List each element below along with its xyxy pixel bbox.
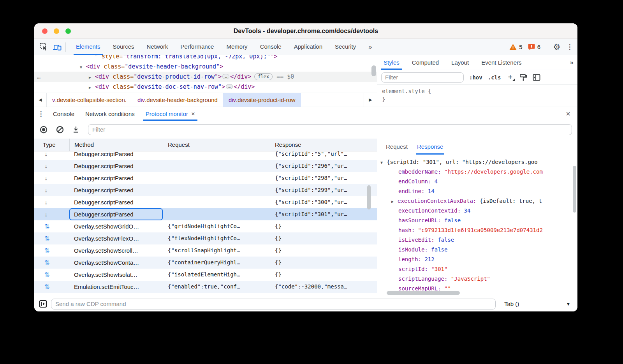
inline-expand-button[interactable]: … xyxy=(222,74,229,79)
inspect-element-icon[interactable] xyxy=(37,41,51,53)
toggle-element-state-button[interactable]: :hov xyxy=(469,74,482,81)
cell-method[interactable]: Debugger.scriptParsed xyxy=(69,160,163,172)
dom-node-product-id-row[interactable]: … ▶<div class="devsite-product-id-row">…… xyxy=(34,72,377,82)
cell-method[interactable]: Debugger.scriptParsed xyxy=(69,151,163,160)
warnings-badge[interactable]: 5 xyxy=(508,44,524,50)
tab-console[interactable]: Console xyxy=(254,39,288,55)
table-row[interactable]: ↓Debugger.scriptParsed{"scriptId":"300",… xyxy=(34,196,377,208)
sent-received-arrows-icon: ⇅ xyxy=(44,247,49,254)
column-header-type[interactable]: Type xyxy=(34,139,69,151)
breadcrumb-v-devsite-collapsible-section[interactable]: v.devsite-collapsible-section. xyxy=(47,93,132,107)
breadcrumb-div-devsite-header-background[interactable]: div.devsite-header-background xyxy=(132,93,223,107)
target-selector[interactable]: Tab () ▼ xyxy=(504,301,570,307)
table-row[interactable]: ↓Debugger.scriptParsed{"scriptId":"301",… xyxy=(34,208,377,220)
flex-badge[interactable]: flex xyxy=(254,73,273,80)
table-row[interactable]: ⇅Overlay.setShowIsolat…{"isolatedElement… xyxy=(34,269,377,281)
table-row[interactable]: ⇅Overlay.setShowConta…{"containerQueryHi… xyxy=(34,257,377,269)
tab-network[interactable]: Network xyxy=(141,39,174,55)
issues-badge[interactable]: 6 xyxy=(526,44,542,50)
tab-application[interactable]: Application xyxy=(288,39,329,55)
detail-horizontal-scrollbar-thumb[interactable] xyxy=(387,291,460,295)
styles-tab-layout[interactable]: Layout xyxy=(445,56,475,70)
drawer-tab-network-conditions[interactable]: Network conditions xyxy=(80,107,140,121)
clear-button[interactable] xyxy=(56,126,64,134)
elements-scrollbar-thumb[interactable] xyxy=(371,65,376,76)
attr-value: "transform: translate3d(0px, -72px, 0px)… xyxy=(123,55,270,60)
drawer-close-icon[interactable]: × xyxy=(566,109,577,118)
styles-tab-event-listeners[interactable]: Event Listeners xyxy=(475,56,528,70)
table-row[interactable]: ↓Debugger.scriptParsed{"scriptId":"5","u… xyxy=(34,151,377,160)
kebab-menu-icon[interactable]: ⋮ xyxy=(566,41,574,53)
cdp-command-input[interactable] xyxy=(51,299,496,309)
element-classes-button[interactable]: .cls xyxy=(488,74,501,81)
save-button[interactable] xyxy=(72,126,79,134)
table-row[interactable]: ⇅Emulation.setEmitTouc…{"enabled":true,"… xyxy=(34,281,377,293)
more-panels-button[interactable]: » xyxy=(362,39,377,55)
cell-method[interactable]: Debugger.scriptParsed xyxy=(69,208,163,220)
json-line[interactable]: ▶executionContextAuxData: {isDefault: tr… xyxy=(377,196,577,206)
styles-tab-computed[interactable]: Computed xyxy=(406,56,445,70)
cell-method[interactable]: Debugger.scriptParsed xyxy=(69,172,163,184)
drawer-tab-console[interactable]: Console xyxy=(48,107,80,121)
drawer-kebab-menu-icon[interactable]: ⋮ xyxy=(34,110,48,118)
tab-elements[interactable]: Elements xyxy=(70,39,107,55)
table-row[interactable]: ↓Debugger.scriptParsed{"scriptId":"299",… xyxy=(34,184,377,196)
breadcrumb-right-arrow[interactable]: ▶ xyxy=(364,93,377,107)
cell-request: {"flexNodeHighlightCo… xyxy=(163,232,270,244)
json-line[interactable]: ▼{scriptId: "301", url: "https://develop… xyxy=(377,157,577,167)
dom-node-header-background[interactable]: ▼<div class="devsite-header-background"> xyxy=(34,62,377,72)
dom-node-doc-set-nav-row[interactable]: ▶<div class="devsite-doc-set-nav-row">…<… xyxy=(34,82,377,92)
sidebar-position-icon[interactable] xyxy=(533,74,540,81)
table-row[interactable]: ⇅Overlay.setShowScroll…{"scrollSnapHighl… xyxy=(34,244,377,257)
table-row[interactable]: ⇅Overlay.setShowGridO…{"gridNodeHighligh… xyxy=(34,220,377,232)
cell-method[interactable]: Debugger.scriptParsed xyxy=(69,196,163,208)
protocol-filter-input[interactable] xyxy=(88,124,572,135)
cell-method[interactable]: Overlay.setShowGridO… xyxy=(69,220,163,232)
cell-method[interactable]: Emulation.setEmitTouc… xyxy=(69,281,163,293)
cell-method[interactable]: Overlay.setShowFlexO… xyxy=(69,232,163,244)
drawer-tab-protocol-monitor[interactable]: Protocol monitor× xyxy=(140,107,201,121)
column-header-request[interactable]: Request xyxy=(163,139,270,151)
window-title: DevTools - developer.chrome.com/docs/dev… xyxy=(34,23,577,39)
table-row[interactable]: ⇅Overlay.setShowFlexO…{"flexNodeHighligh… xyxy=(34,232,377,244)
table-row[interactable]: ↓Debugger.scriptParsed{"scriptId":"296",… xyxy=(34,160,377,172)
table-row[interactable]: ↓Debugger.scriptParsed{"scriptId":"298",… xyxy=(34,172,377,184)
styles-more-tabs-button[interactable]: » xyxy=(570,59,577,67)
protocol-table: Type Method Request Response ↓Debugger.s… xyxy=(34,139,377,296)
column-header-response[interactable]: Response xyxy=(270,139,377,151)
tab-security[interactable]: Security xyxy=(329,39,362,55)
dom-node-clipped[interactable]: " style="transform: translate3d(0px, -72… xyxy=(34,55,377,62)
cell-method[interactable]: Debugger.scriptParsed xyxy=(69,184,163,196)
tab-memory[interactable]: Memory xyxy=(220,39,253,55)
expand-arrow-icon[interactable]: ▶ xyxy=(89,83,95,93)
detail-vertical-scrollbar-thumb[interactable] xyxy=(573,166,576,213)
new-style-rule-button[interactable]: + xyxy=(506,73,514,82)
cell-method[interactable]: Overlay.setShowScroll… xyxy=(69,244,163,257)
detail-tab-response[interactable]: Response xyxy=(412,139,448,155)
cell-method[interactable]: Overlay.setShowConta… xyxy=(69,257,163,269)
settings-gear-icon[interactable]: ⚙ xyxy=(550,41,563,53)
device-toolbar-icon[interactable] xyxy=(51,41,64,53)
expand-arrow-icon[interactable]: ▶ xyxy=(391,197,398,206)
inline-expand-button[interactable]: … xyxy=(226,84,233,89)
tab-performance[interactable]: Performance xyxy=(174,39,220,55)
breadcrumb-div-devsite-product-id-row[interactable]: div.devsite-product-id-row xyxy=(223,93,301,107)
node-menu-dots[interactable]: … xyxy=(37,72,41,82)
paint-roller-icon[interactable] xyxy=(519,74,527,81)
json-value: 212 xyxy=(424,256,434,262)
expand-editor-icon[interactable] xyxy=(39,300,47,308)
collapse-arrow-icon[interactable]: ▼ xyxy=(380,158,387,167)
tab-close-icon[interactable]: × xyxy=(191,107,195,121)
element-style-rule[interactable]: element.style { } xyxy=(377,85,577,104)
cell-method[interactable]: Overlay.setShowIsolat… xyxy=(69,269,163,281)
column-header-method[interactable]: Method xyxy=(69,139,163,151)
expand-arrow-icon[interactable]: ▼ xyxy=(80,62,86,72)
styles-tab-styles[interactable]: Styles xyxy=(377,56,406,70)
record-button[interactable] xyxy=(40,126,48,134)
expand-arrow-icon[interactable]: ▶ xyxy=(89,72,95,83)
breadcrumb-left-arrow[interactable]: ◀ xyxy=(34,93,47,107)
table-scrollbar-thumb[interactable] xyxy=(367,185,371,209)
detail-tab-request[interactable]: Request xyxy=(381,139,412,155)
tab-sources[interactable]: Sources xyxy=(107,39,141,55)
styles-filter-input[interactable] xyxy=(381,72,464,83)
